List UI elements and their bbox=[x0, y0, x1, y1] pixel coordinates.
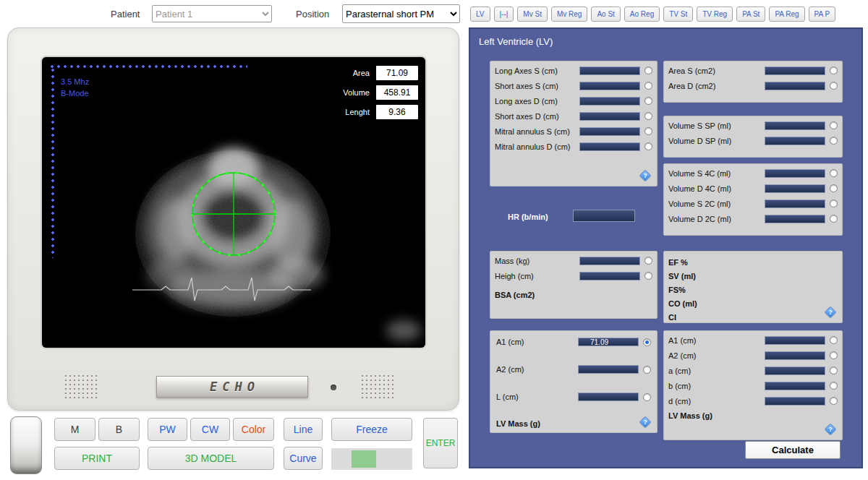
measure-input[interactable] bbox=[579, 272, 640, 280]
measure-radio[interactable] bbox=[830, 215, 838, 223]
measurement-label: Lenght bbox=[345, 108, 370, 116]
measure-radio[interactable] bbox=[830, 382, 838, 390]
b-mode-button[interactable]: B bbox=[98, 418, 140, 441]
measure-input[interactable] bbox=[765, 200, 825, 208]
measure-radio[interactable] bbox=[644, 272, 652, 280]
measure-radio[interactable] bbox=[830, 200, 838, 207]
measure-radio[interactable] bbox=[644, 112, 652, 120]
measure-row: Heigh (cm) bbox=[495, 271, 652, 280]
calculate-button[interactable]: Calculate bbox=[745, 441, 841, 459]
patient-label: Patient bbox=[111, 9, 140, 20]
tab-ao-st[interactable]: Ao St bbox=[591, 7, 620, 22]
tab-ao-reg[interactable]: Ao Reg bbox=[624, 7, 660, 22]
measure-radio[interactable] bbox=[830, 184, 838, 192]
measure-input[interactable] bbox=[765, 397, 825, 406]
measure-input[interactable] bbox=[765, 137, 825, 145]
measure-input[interactable] bbox=[765, 82, 825, 90]
curve-button[interactable]: Curve bbox=[284, 447, 323, 470]
measure-input[interactable] bbox=[765, 67, 825, 75]
measure-radio[interactable] bbox=[830, 351, 838, 359]
tab-mv-reg[interactable]: Mv Reg bbox=[551, 7, 587, 22]
print-button[interactable]: PRINT bbox=[54, 447, 140, 470]
help-icon[interactable] bbox=[825, 424, 837, 436]
measure-input[interactable] bbox=[765, 184, 825, 193]
scale-dots-left bbox=[51, 69, 55, 258]
measure-radio[interactable] bbox=[644, 127, 652, 135]
measure-input[interactable] bbox=[579, 82, 640, 90]
lv-mass-label: LV Mass (g) bbox=[668, 411, 712, 420]
measure-row: d (cm) bbox=[668, 396, 838, 406]
a1-radio[interactable] bbox=[643, 338, 651, 346]
a2-input[interactable] bbox=[578, 365, 639, 374]
color-button[interactable]: Color bbox=[233, 418, 274, 441]
measure-radio[interactable] bbox=[830, 169, 838, 177]
enter-button[interactable]: ENTER bbox=[423, 418, 458, 468]
ultrasound-screen: 3.5 Mhz B-Mode Area 71.09 Volume 458.91 … bbox=[42, 57, 425, 348]
measure-input[interactable] bbox=[765, 382, 825, 390]
measure-radio[interactable] bbox=[644, 142, 652, 150]
tab-lv[interactable]: LV bbox=[470, 7, 490, 22]
measure-input[interactable] bbox=[765, 121, 825, 130]
measure-input[interactable] bbox=[579, 142, 640, 151]
measure-label: Short axes S (cm) bbox=[495, 82, 579, 90]
position-select[interactable]: Parasternal short PM bbox=[342, 4, 460, 23]
tab-tv-reg[interactable]: TV Reg bbox=[697, 7, 733, 22]
tab-pa-p[interactable]: PA P bbox=[809, 7, 836, 22]
ultrasound-probe[interactable] bbox=[10, 416, 42, 474]
l-radio[interactable] bbox=[643, 393, 651, 401]
curve-slider[interactable] bbox=[331, 448, 412, 470]
measure-row: A2 (cm) bbox=[496, 364, 651, 374]
hr-label: HR (b/min) bbox=[508, 213, 548, 221]
measure-input[interactable] bbox=[765, 367, 825, 375]
patient-select[interactable]: Patient 1 bbox=[152, 5, 272, 22]
speaker-grille-right bbox=[361, 374, 394, 401]
cw-button[interactable]: CW bbox=[190, 418, 230, 441]
freeze-button[interactable]: Freeze bbox=[331, 418, 412, 441]
measure-radio[interactable] bbox=[644, 257, 652, 265]
help-icon[interactable] bbox=[639, 170, 652, 182]
measure-radio[interactable] bbox=[644, 97, 652, 105]
curve-slider-thumb[interactable] bbox=[352, 450, 376, 468]
measurement-value: 9.36 bbox=[376, 105, 418, 119]
l-input[interactable] bbox=[578, 393, 639, 401]
a1-input[interactable]: 71.09 bbox=[578, 338, 639, 346]
measure-radio[interactable] bbox=[830, 137, 838, 145]
group-volume-sp: Volume S SP (ml) Volume D SP (ml) bbox=[663, 116, 843, 158]
m-mode-button[interactable]: M bbox=[54, 418, 95, 441]
measurement-overlay: Area 71.09 Volume 458.91 Lenght 9.36 bbox=[343, 66, 418, 119]
group-results: EF % SV (ml) FS% CO (ml) CI bbox=[663, 251, 843, 323]
measure-input[interactable] bbox=[579, 97, 640, 106]
measure-input[interactable] bbox=[579, 127, 640, 136]
tab-mv-st[interactable]: Mv St bbox=[517, 7, 548, 22]
hr-input[interactable] bbox=[573, 210, 635, 222]
pw-button[interactable]: PW bbox=[148, 418, 187, 441]
measure-input[interactable] bbox=[765, 336, 825, 345]
measure-row: A1 (cm) 71.09 bbox=[496, 337, 651, 347]
measure-label: d (cm) bbox=[668, 397, 765, 406]
model-3d-button[interactable]: 3D MODEL bbox=[148, 447, 274, 470]
measure-radio[interactable] bbox=[644, 67, 652, 74]
measure-input[interactable] bbox=[579, 67, 640, 75]
tab-pa-st[interactable]: PA St bbox=[736, 7, 765, 22]
measure-input[interactable] bbox=[579, 112, 640, 121]
tab-caliper[interactable]: |--| bbox=[494, 7, 514, 22]
measure-radio[interactable] bbox=[830, 121, 838, 129]
measure-input[interactable] bbox=[765, 215, 825, 223]
tab-tv-st[interactable]: TV St bbox=[663, 7, 693, 22]
measure-input[interactable] bbox=[765, 169, 825, 178]
measure-radio[interactable] bbox=[830, 82, 838, 90]
bsa-label: BSA (cm2) bbox=[495, 291, 652, 299]
measure-radio[interactable] bbox=[830, 336, 838, 344]
measure-input[interactable] bbox=[579, 257, 640, 265]
measure-input[interactable] bbox=[765, 351, 825, 360]
measure-radio[interactable] bbox=[644, 82, 652, 90]
measure-radio[interactable] bbox=[830, 397, 838, 405]
measure-label: Volume D 4C (ml) bbox=[668, 184, 765, 193]
measure-radio[interactable] bbox=[830, 67, 838, 74]
measure-row: Area S (cm2) bbox=[668, 66, 838, 75]
tab-pa-reg[interactable]: PA Reg bbox=[769, 7, 804, 22]
line-button[interactable]: Line bbox=[284, 418, 323, 441]
a2-radio[interactable] bbox=[643, 366, 651, 374]
measure-label: Volume D 2C (ml) bbox=[668, 215, 765, 223]
measure-radio[interactable] bbox=[830, 367, 838, 374]
